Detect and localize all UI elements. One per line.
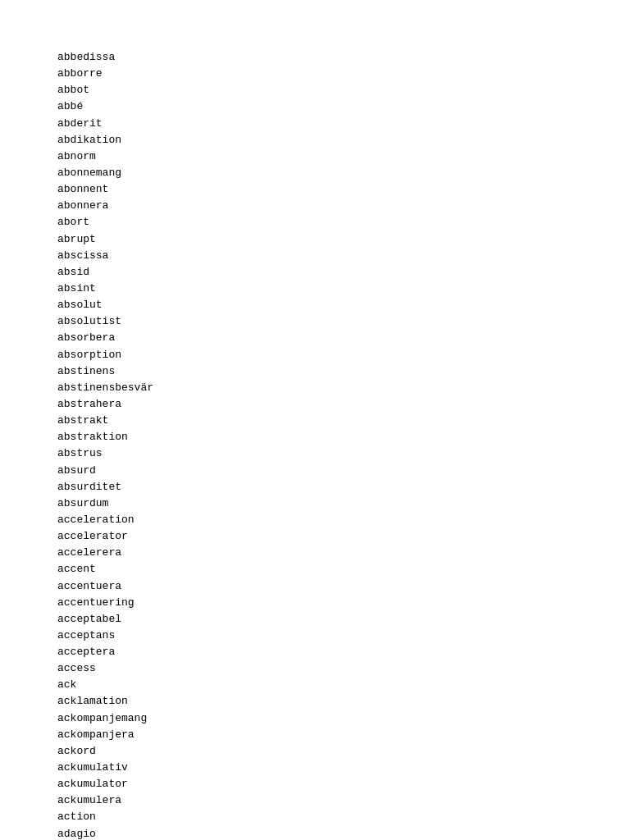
list-item: abstraktion: [57, 429, 573, 445]
list-item: ackumulator: [57, 776, 573, 792]
list-item: abdikation: [57, 132, 573, 148]
list-item: abderit: [57, 116, 573, 132]
list-item: abort: [57, 214, 573, 231]
list-item: absolutist: [57, 313, 573, 330]
list-item: abbot: [57, 82, 573, 98]
list-item: absorbera: [57, 330, 573, 346]
list-item: absorption: [57, 347, 573, 363]
list-item: acceptera: [57, 644, 573, 660]
list-item: ackompanjemang: [57, 710, 573, 727]
list-item: accentuering: [57, 595, 573, 611]
list-item: abstrahera: [57, 396, 573, 413]
list-item: absolut: [57, 297, 573, 313]
list-item: absint: [57, 281, 573, 297]
list-item: ackord: [57, 743, 573, 760]
list-item: accelerera: [57, 545, 573, 561]
list-item: ackumulera: [57, 792, 573, 809]
list-item: abstrus: [57, 445, 573, 462]
list-item: acceptabel: [57, 611, 573, 628]
list-item: accentuera: [57, 578, 573, 595]
word-list: abbedissaabborreabbotabbéabderitabdikati…: [57, 49, 573, 840]
list-item: accelerator: [57, 528, 573, 545]
list-item: absurditet: [57, 479, 573, 495]
list-item: abonnera: [57, 198, 573, 214]
list-item: abbedissa: [57, 49, 573, 66]
list-item: abstinensbesvär: [57, 380, 573, 396]
list-item: abonnent: [57, 181, 573, 198]
list-item: absid: [57, 264, 573, 281]
list-item: adagio: [57, 826, 573, 840]
list-item: ack: [57, 677, 573, 693]
list-item: abstinens: [57, 363, 573, 380]
list-item: abrupt: [57, 231, 573, 248]
list-item: abbé: [57, 98, 573, 115]
list-item: ackumulativ: [57, 760, 573, 776]
list-item: abstrakt: [57, 413, 573, 429]
list-item: accent: [57, 561, 573, 578]
list-item: acklamation: [57, 693, 573, 710]
list-item: absurdum: [57, 495, 573, 512]
list-item: access: [57, 660, 573, 677]
list-item: abborre: [57, 66, 573, 82]
list-item: abscissa: [57, 248, 573, 264]
list-item: abonnemang: [57, 165, 573, 181]
list-item: abnorm: [57, 148, 573, 165]
list-item: ackompanjera: [57, 727, 573, 743]
list-item: acceptans: [57, 628, 573, 644]
list-item: acceleration: [57, 512, 573, 528]
list-item: absurd: [57, 463, 573, 479]
list-item: action: [57, 809, 573, 825]
